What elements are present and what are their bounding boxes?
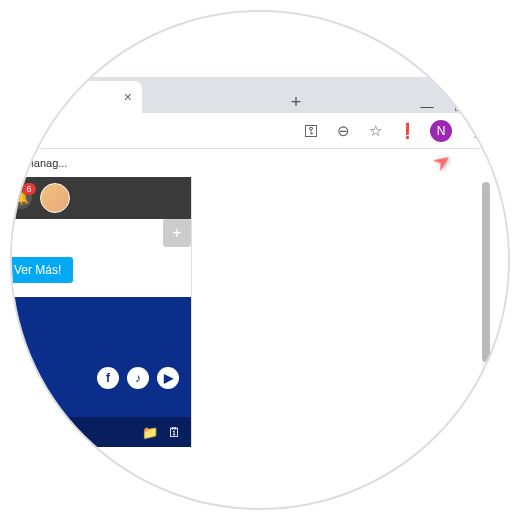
ver-mas-button[interactable]: Ver Más! xyxy=(10,257,73,283)
twitter-icon[interactable]: ♪ xyxy=(127,367,149,389)
new-tab-button[interactable]: + xyxy=(282,92,310,113)
user-avatar[interactable] xyxy=(40,183,70,213)
add-item-button[interactable]: + xyxy=(163,219,191,247)
scrollbar-thumb[interactable] xyxy=(482,182,490,362)
promo-block: f ♪ ▶ xyxy=(10,297,191,417)
key-icon[interactable]: ⚿ xyxy=(302,122,320,140)
side-panel: 🔔 6 + Ver Más! f ♪ ▶ 📁 🗓 xyxy=(10,177,192,447)
social-links: f ♪ ▶ xyxy=(97,367,179,389)
browser-tab-active[interactable]: ome s × xyxy=(10,81,142,113)
notification-bell-icon[interactable]: 🔔 6 xyxy=(10,187,32,209)
bookmark-item[interactable]: tlink Manag... xyxy=(10,157,67,169)
menu-icon[interactable]: ⋮ xyxy=(466,122,484,140)
minimize-button[interactable]: — xyxy=(420,99,434,113)
tab-title: ome s xyxy=(12,91,42,103)
close-tab-icon[interactable]: × xyxy=(124,89,132,105)
maximize-button[interactable]: □ xyxy=(452,99,466,113)
close-window-button[interactable]: × xyxy=(484,99,498,113)
scrollbar[interactable] xyxy=(482,182,490,412)
bookmark-star-icon[interactable]: ☆ xyxy=(366,122,384,140)
panel-footer: 📁 🗓 xyxy=(10,417,191,447)
browser-toolbar: ⚿ ⊖ ☆ ❗ N ⋮ xyxy=(10,113,492,149)
notification-badge: 6 xyxy=(22,183,36,195)
panel-header: 🔔 6 xyxy=(10,177,191,219)
browser-tab-inactive[interactable] xyxy=(142,81,282,113)
youtube-icon[interactable]: ▶ xyxy=(157,367,179,389)
zoom-icon[interactable]: ⊖ xyxy=(334,122,352,140)
alert-icon[interactable]: ❗ xyxy=(398,122,416,140)
folder-icon[interactable]: 📁 xyxy=(142,425,158,440)
window-controls: — □ × xyxy=(406,99,510,113)
tab-strip: ome s × + — □ × xyxy=(10,77,510,113)
facebook-icon[interactable]: f xyxy=(97,367,119,389)
calendar-icon[interactable]: 🗓 xyxy=(168,425,181,440)
profile-avatar[interactable]: N xyxy=(430,120,452,142)
